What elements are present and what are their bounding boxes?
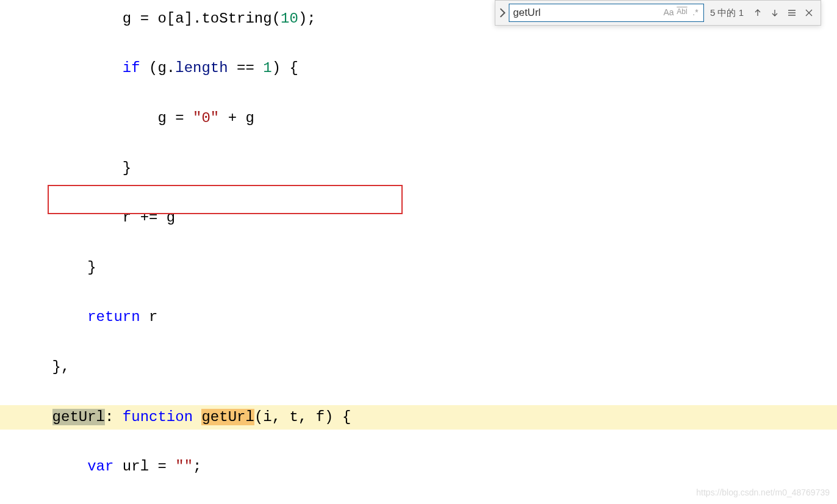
code-line: var url = ""; bbox=[17, 455, 837, 480]
code-line-highlighted: getUrl: function getUrl(i, t, f) { bbox=[0, 405, 837, 430]
selection-icon bbox=[787, 8, 797, 18]
find-in-selection-button[interactable] bbox=[784, 5, 800, 21]
match-case-button[interactable]: Aa bbox=[663, 5, 675, 20]
regex-button[interactable]: .* bbox=[689, 5, 702, 20]
close-icon bbox=[804, 8, 814, 18]
code-line: return r bbox=[17, 305, 837, 330]
chevron-right-icon bbox=[495, 6, 509, 20]
code-line: g = "0" + g bbox=[17, 106, 837, 131]
code-line: }, bbox=[17, 355, 837, 380]
code-line: } bbox=[17, 256, 837, 281]
toggle-replace-button[interactable] bbox=[495, 1, 509, 25]
code-line: r += g bbox=[17, 206, 837, 231]
next-match-button[interactable] bbox=[767, 5, 783, 21]
code-line: } bbox=[17, 156, 837, 181]
find-widget: Aa Abl .* 5 中的 1 bbox=[495, 0, 821, 26]
search-result-count: 5 中的 1 bbox=[704, 5, 750, 21]
arrow-up-icon bbox=[753, 8, 763, 18]
code-line: if (g.length == 1) { bbox=[17, 56, 837, 81]
arrow-down-icon bbox=[770, 8, 780, 18]
previous-match-button[interactable] bbox=[750, 5, 766, 21]
code-editor[interactable]: g = o[a].toString(10); if (g.length == 1… bbox=[0, 0, 837, 504]
search-match-current: getUrl bbox=[201, 409, 254, 425]
close-search-button[interactable] bbox=[801, 5, 817, 21]
search-match: getUrl bbox=[52, 409, 105, 425]
match-whole-word-button[interactable]: Abl bbox=[676, 5, 688, 20]
